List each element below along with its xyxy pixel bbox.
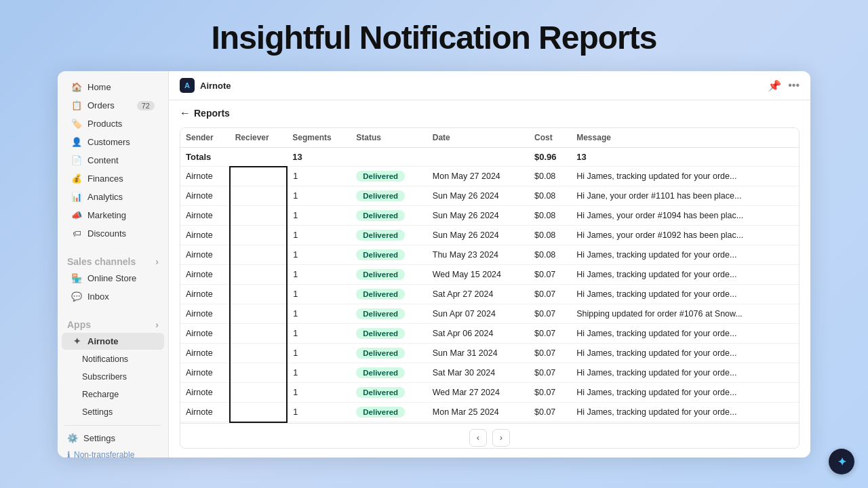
cell-message: Hi James, tracking updated for your orde… — [571, 245, 799, 265]
cell-date: Sat Mar 30 2024 — [427, 363, 529, 383]
cell-message: Hi James, your order #1092 has been plac… — [571, 226, 799, 245]
sidebar-item-orders[interactable]: 📋 Orders 72 — [62, 97, 164, 114]
cell-receiver — [230, 383, 288, 403]
totals-message-count: 13 — [571, 148, 799, 167]
cell-sender: Airnote — [180, 324, 230, 344]
col-date: Date — [427, 128, 529, 148]
main-topbar: A Airnote 📌 ••• — [169, 71, 810, 100]
totals-label: Totals — [180, 148, 230, 167]
table-row: Airnote 1 Delivered Sat Apr 06 2024 $0.0… — [180, 324, 799, 344]
cell-status: Delivered — [351, 324, 427, 344]
sidebar-item-content[interactable]: 📄 Content — [62, 152, 164, 169]
pagination: ‹ › — [180, 423, 799, 448]
cell-date: Wed May 15 2024 — [427, 265, 529, 285]
totals-row: Totals 13 $0.96 13 — [180, 148, 799, 167]
expand-sales-icon[interactable]: › — [155, 256, 159, 267]
cell-segments: 1 — [287, 265, 351, 285]
divider-3 — [64, 425, 161, 426]
cell-segments: 1 — [287, 304, 351, 324]
airnote-app-icon: ✦ — [71, 336, 82, 346]
cell-status: Delivered — [351, 265, 427, 285]
sidebar-item-discounts[interactable]: 🏷 Discounts — [62, 225, 164, 242]
reports-table: Sender Reciever Segments Status Date Cos… — [180, 128, 799, 423]
cell-segments: 1 — [287, 226, 351, 245]
reports-table-container: Sender Reciever Segments Status Date Cos… — [180, 127, 800, 449]
table-scroll[interactable]: Sender Reciever Segments Status Date Cos… — [180, 128, 799, 423]
sales-channels-section: Sales channels › — [58, 251, 168, 269]
next-page-button[interactable]: › — [492, 429, 510, 447]
cell-message: Hi Jane, your order #1101 has been place… — [571, 186, 799, 206]
sidebar-item-products[interactable]: 🏷️ Products — [62, 115, 164, 132]
cell-date: Sat Apr 27 2024 — [427, 285, 529, 304]
cell-receiver — [230, 285, 288, 304]
cell-cost: $0.07 — [529, 285, 571, 304]
cell-sender: Airnote — [180, 344, 230, 363]
cell-sender: Airnote — [180, 363, 230, 383]
cell-receiver — [230, 403, 288, 422]
table-row: Airnote 1 Delivered Mon May 27 2024 $0.0… — [180, 167, 799, 186]
cell-date: Wed Mar 27 2024 — [427, 383, 529, 403]
sidebar-item-main-settings[interactable]: ⚙️ Settings — [58, 430, 168, 447]
cell-date: Sun Mar 31 2024 — [427, 344, 529, 363]
cell-sender: Airnote — [180, 245, 230, 265]
sidebar-item-online-store[interactable]: 🏪 Online Store — [62, 270, 164, 287]
cell-receiver — [230, 363, 288, 383]
marketing-icon: 📣 — [71, 210, 82, 220]
sidebar-item-inbox[interactable]: 💬 Inbox — [62, 288, 164, 305]
sidebar-item-analytics[interactable]: 📊 Analytics — [62, 188, 164, 205]
home-icon: 🏠 — [71, 82, 82, 92]
sidebar-item-customers[interactable]: 👤 Customers — [62, 134, 164, 150]
table-row: Airnote 1 Delivered Sun Apr 07 2024 $0.0… — [180, 304, 799, 324]
cell-cost: $0.07 — [529, 304, 571, 324]
cell-date: Mon May 27 2024 — [427, 167, 529, 186]
col-receiver: Reciever — [230, 128, 288, 148]
cell-status: Delivered — [351, 245, 427, 265]
cell-receiver — [230, 206, 288, 226]
cell-status: Delivered — [351, 167, 427, 186]
sidebar-item-finances[interactable]: 💰 Finances — [62, 170, 164, 187]
cell-message: Hi James, tracking updated for your orde… — [571, 383, 799, 403]
topbar-actions: 📌 ••• — [768, 79, 800, 92]
col-segments: Segments — [287, 128, 351, 148]
cell-status: Delivered — [351, 186, 427, 206]
totals-cost: $0.96 — [529, 148, 571, 167]
bottom-avatar[interactable]: ✦ — [829, 449, 854, 474]
back-arrow-icon: ← — [180, 107, 191, 119]
back-link[interactable]: ← Reports — [180, 107, 800, 119]
sidebar-item-home[interactable]: 🏠 Home — [62, 79, 164, 96]
table-row: Airnote 1 Delivered Sun May 26 2024 $0.0… — [180, 186, 799, 206]
totals-date — [427, 148, 529, 167]
sidebar-item-recharge[interactable]: Recharge — [62, 386, 164, 403]
cell-message: Hi James, tracking updated for your orde… — [571, 324, 799, 344]
cell-status: Delivered — [351, 383, 427, 403]
prev-page-button[interactable]: ‹ — [469, 429, 487, 447]
cell-cost: $0.07 — [529, 363, 571, 383]
cell-segments: 1 — [287, 344, 351, 363]
col-message: Message — [571, 128, 799, 148]
non-transferable-item[interactable]: ℹ Non-transferable — [58, 447, 168, 458]
sidebar-item-subscribers[interactable]: Subscribers — [62, 369, 164, 385]
customers-icon: 👤 — [71, 137, 82, 147]
sidebar-item-airnote[interactable]: ✦ Airnote — [62, 333, 164, 350]
cell-message: Hi James, tracking updated for your orde… — [571, 167, 799, 186]
more-options-icon[interactable]: ••• — [788, 79, 800, 92]
sidebar-item-marketing[interactable]: 📣 Marketing — [62, 207, 164, 224]
cell-cost: $0.08 — [529, 186, 571, 206]
airnote-logo: A — [180, 78, 195, 93]
pin-icon[interactable]: 📌 — [768, 79, 781, 92]
reports-panel: ← Reports Sender Reciever Segments Statu… — [169, 100, 810, 458]
app-name-area: A Airnote — [180, 78, 231, 93]
cell-status: Delivered — [351, 226, 427, 245]
cell-cost: $0.08 — [529, 245, 571, 265]
cell-cost: $0.08 — [529, 167, 571, 186]
cell-receiver — [230, 324, 288, 344]
totals-receiver — [230, 148, 288, 167]
cell-receiver — [230, 265, 288, 285]
cell-status: Delivered — [351, 403, 427, 422]
cell-sender: Airnote — [180, 285, 230, 304]
expand-apps-icon[interactable]: › — [155, 319, 159, 330]
sidebar-item-notifications[interactable]: Notifications — [62, 351, 164, 367]
sidebar-item-settings-sub[interactable]: Settings — [62, 404, 164, 420]
cell-segments: 1 — [287, 324, 351, 344]
cell-status: Delivered — [351, 304, 427, 324]
